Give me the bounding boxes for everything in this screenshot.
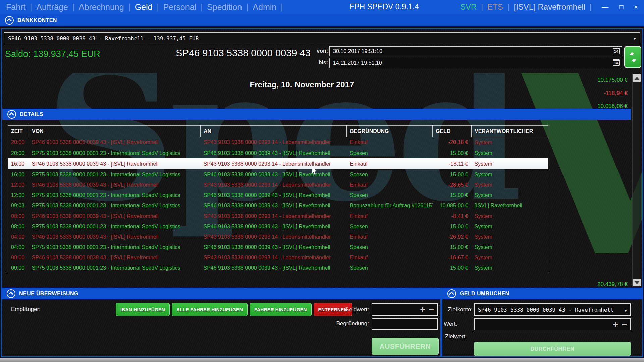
cell-zeit: 12:00 [8,180,29,190]
menu-item[interactable]: Admin [253,2,276,12]
decrement-button[interactable]: − [622,319,627,330]
day-summary-values: 10.175,00 € -118,94 € 10.056,06 € [597,73,628,113]
minimize-button[interactable]: — [602,4,608,10]
cell-begruendung: Spesen [347,221,433,232]
details-section-header[interactable]: DETAILS [2,109,631,120]
cell-geld: -8,41 € [433,211,472,221]
transaction-row[interactable]: 09:03 SP75 9103 5338 0000 0001 23 - Inte… [8,200,549,211]
refresh-button[interactable] [624,46,641,68]
ausfuehren-button[interactable]: AUSFÜHRERN [372,338,439,355]
menu-item[interactable]: Personal [163,2,196,12]
menu-item[interactable]: Spedition [207,2,242,12]
status-item: [ISVL] Ravefromhell [514,2,585,12]
date-to-label: bis: [308,60,328,66]
cell-an: SP43 9103 5338 0000 0293 14 - Lebensmitt… [201,211,347,221]
begruendung-label: Begründung: [319,320,369,327]
menu-item[interactable]: Abrechnung [79,2,124,12]
cell-von: SP46 9103 5338 0000 0039 43 - [ISVL] Rav… [29,211,201,221]
menu-separator: | [128,3,130,12]
geldwert-input[interactable]: + − [372,303,438,316]
recipient-action-button[interactable]: ALLE FAHRER HINZUFÜGEN [172,303,248,316]
menu-item[interactable]: Aufträge [36,2,68,12]
cell-an: SP46 9103 5338 0000 0039 43 - [ISVL] Rav… [201,242,347,252]
zielwert-label: Zielwert: [445,333,467,340]
transaction-row[interactable]: 04:00 SP75 9103 5338 0000 0001 23 - Inte… [8,242,549,252]
cell-zeit: 16:00 [8,159,29,169]
cell-geld: -26,92 € [433,232,472,242]
menu-separator: | [246,3,248,12]
close-button[interactable]: × [634,4,638,10]
cell-begruendung: Spesen [347,190,433,200]
menu-item[interactable]: Geld [135,2,153,12]
transaction-row[interactable]: 00:00 SP75 9103 5338 0000 0001 23 - Inte… [8,263,549,273]
transaction-row[interactable]: 04:00 SP46 9103 5338 0000 0039 43 - [ISV… [8,232,549,242]
cell-von: SP46 9103 5338 0000 0039 43 - [ISVL] Rav… [29,180,201,190]
section-label: NEUE ÜBERWEISUNG [19,291,78,297]
recipient-action-button[interactable]: FAHRER HINZUFÜGEN [250,303,312,316]
calendar-icon[interactable]: 14 [613,48,620,54]
scroll-up-button[interactable] [633,74,641,82]
account-select[interactable]: SP46 9103 5338 0000 0039 43 - Ravefromhe… [4,32,640,44]
vertical-scrollbar[interactable] [632,74,641,287]
transaction-row[interactable]: 08:00 SP46 9103 5338 0000 0039 43 - [ISV… [8,211,549,221]
recipient-action-button[interactable]: IBAN HINZUFÜGEN [116,303,170,316]
cell-verantwortlicher: System [472,180,549,190]
saldo-label: Saldo: [5,49,31,59]
transaction-row[interactable]: 20:00 SP75 9103 5338 0000 0001 23 - Inte… [8,148,549,159]
cell-zeit: 16:00 [8,169,29,180]
cell-geld: -18,11 € [433,159,472,169]
cell-zeit: 08:00 [8,211,29,221]
account-select-value: SP46 9103 5338 0000 0039 43 - Ravefromhe… [8,35,199,42]
transactions-view: Sped V 10.175,00 € -118,94 € 10.056,06 €… [2,73,642,288]
column-header[interactable]: ZEIT [8,126,29,137]
transaction-row[interactable]: 00:00 SP46 9103 5338 0000 0039 43 - [ISV… [8,252,549,263]
empfaenger-label: Empfänger: [11,306,41,313]
column-header[interactable]: GELD [433,126,472,137]
column-header[interactable]: VERANTWORTLICHER [472,126,549,137]
cell-an: SP46 9103 5338 0000 0039 43 - [ISVL] Rav… [201,190,347,200]
geld-umbuchen-header[interactable]: GELD UMBUCHEN [442,288,642,299]
menu-separator: | [72,3,74,12]
scroll-down-button[interactable] [633,279,641,286]
date-from-input[interactable]: 30.10.2017 19:51:10 14 [329,46,622,56]
zielkonto-select[interactable]: SP46 9103 5338 0000 0039 43 - Ravefromhe… [474,303,631,316]
neue-ueberweisung-header[interactable]: NEUE ÜBERWEISUNG [2,288,440,299]
increment-button[interactable]: + [420,304,425,315]
cell-begruendung: Spesen [347,263,433,273]
begruendung-input[interactable] [372,318,438,330]
column-header[interactable]: AN [201,126,347,137]
transaction-row[interactable]: 16:00 SP46 9103 5338 0000 0039 43 - [ISV… [8,159,549,169]
cell-geld: -28,65 € [433,180,472,190]
column-header[interactable]: BEGRÜNDUNG [347,126,433,137]
column-header[interactable]: VON [29,126,201,137]
date-from-value: 30.10.2017 19:51:10 [333,48,382,54]
cell-an: SP46 9103 5338 0000 0039 43 - [ISVL] Rav… [201,148,347,159]
decrement-button[interactable]: − [429,304,434,315]
cell-geld: 10.085,00 € [433,200,472,211]
cell-verantwortlicher: System [472,252,549,263]
calendar-icon[interactable]: 14 [613,59,620,66]
transaction-row[interactable]: 12:00 SP46 9103 5338 0000 0039 43 - [ISV… [8,180,549,190]
menu-item[interactable]: Fahrt [6,2,25,12]
zielkonto-value: SP46 9103 5338 0000 0039 43 - Ravefromhe… [478,307,614,313]
date-to-input[interactable]: 14.11.2017 19:51:10 14 [329,58,622,68]
maximize-button[interactable]: □ [619,4,623,10]
wert-input[interactable]: + − [474,318,631,330]
transaction-row[interactable]: 12:00 SP75 9103 5338 0000 0001 23 - Inte… [8,190,549,200]
bottom-panels: NEUE ÜBERWEISUNG Empfänger: IBAN HINZUFÜ… [2,288,642,356]
geldwert-label: Geldwert: [319,306,369,313]
cell-verantwortlicher: System [472,263,549,273]
cell-an: SP46 9103 5338 0000 0039 43 - [ISVL] Rav… [201,221,347,232]
transaction-row[interactable]: 16:00 SP75 9103 5338 0000 0001 23 - Inte… [8,169,549,180]
cell-geld: 15,00 € [433,148,472,159]
app-title: FPH SPEDV 0.9.1.4 [350,2,419,11]
transaction-row[interactable]: 08:00 SP75 9103 5338 0000 0001 23 - Inte… [8,221,549,232]
transaction-row[interactable]: 20:00 SP46 9103 5338 0000 0039 43 - [ISV… [8,137,549,148]
cell-begruendung: Spesen [347,148,433,159]
increment-button[interactable]: + [613,319,618,330]
cell-zeit: 04:00 [8,242,29,252]
durchfuehren-button[interactable]: DURCHFÜHREN [474,342,631,356]
bankkonten-section-header[interactable]: BANKKONTEN [0,14,644,26]
neue-ueberweisung-panel: NEUE ÜBERWEISUNG Empfänger: IBAN HINZUFÜ… [2,288,440,356]
cell-begruendung: Einkauf [347,232,433,242]
